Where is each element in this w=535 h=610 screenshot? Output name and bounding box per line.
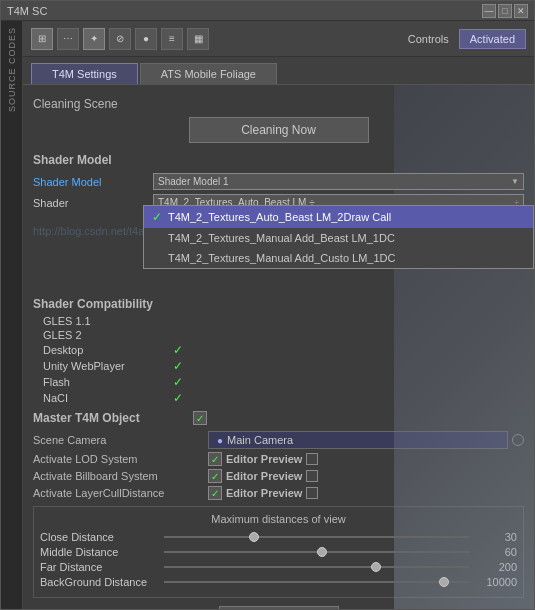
shader-model-select[interactable]: Shader Model 1 ▼ — [153, 173, 524, 190]
maximize-button[interactable]: □ — [498, 4, 512, 18]
billboard-value-wrap: ✓ Editor Preview — [208, 469, 524, 483]
left-sidebar: SOURCE CODES — [1, 21, 23, 609]
compat-check-naci: ✓ — [173, 391, 183, 405]
distance-row-2: Far Distance 200 — [40, 561, 517, 573]
shader-section: Shader Model Shader Model Shader Model 1… — [33, 153, 524, 211]
distances-title: Maximum distances of view — [40, 513, 517, 525]
sidebar-label: SOURCE CODES — [7, 27, 17, 112]
toolbar-icon-7[interactable]: ▦ — [187, 28, 209, 50]
shader-model-row: Shader Model Shader Model 1 ▼ — [33, 173, 524, 190]
shader-dropdown: ✓ T4M_2_Textures_Auto_Beast LM_2Draw Cal… — [143, 205, 534, 269]
compat-row-webplayer: Unity WebPlayer ✓ — [33, 359, 524, 373]
compat-row-gles2: GLES 2 — [33, 329, 524, 341]
compat-row-naci: NaCI ✓ — [33, 391, 524, 405]
distance-slider-0[interactable] — [164, 532, 469, 542]
distance-slider-3[interactable] — [164, 577, 469, 587]
compat-row-desktop: Desktop ✓ — [33, 343, 524, 357]
shader-label: Shader — [33, 197, 153, 209]
toolbar-icon-3[interactable]: ✦ — [83, 28, 105, 50]
dropdown-item-2[interactable]: T4M_2_Textures_Manual Add_Custo LM_1DC — [144, 248, 533, 268]
shader-model-label: Shader Model — [33, 176, 153, 188]
dropdown-item-0[interactable]: ✓ T4M_2_Textures_Auto_Beast LM_2Draw Cal… — [144, 206, 533, 228]
window-title: T4M SC — [7, 5, 47, 17]
lod-row: Activate LOD System ✓ Editor Preview — [33, 452, 524, 466]
layer-value-wrap: ✓ Editor Preview — [208, 486, 524, 500]
camera-dot: ● — [217, 435, 223, 446]
toolbar-icon-1[interactable]: ⊞ — [31, 28, 53, 50]
dropdown-item-label-2: T4M_2_Textures_Manual Add_Custo LM_1DC — [168, 252, 395, 264]
distance-slider-1[interactable] — [164, 547, 469, 557]
distance-label-3: BackGround Distance — [40, 576, 160, 588]
layer-preview-dot — [306, 487, 318, 499]
cleaning-scene-title: Cleaning Scene — [33, 97, 524, 111]
distance-label-1: Middle Distance — [40, 546, 160, 558]
distance-value-3: 10000 — [473, 576, 517, 588]
scene-section: Scene Camera ● Main Camera Activate LOD … — [33, 431, 524, 500]
distance-value-0: 30 — [473, 531, 517, 543]
right-panel: ⊞ ⋯ ✦ ⊘ ● ≡ ▦ Controls Activated T4M Set… — [23, 21, 534, 609]
window-controls: — □ ✕ — [482, 4, 528, 18]
close-button[interactable]: ✕ — [514, 4, 528, 18]
toolbar-icon-5[interactable]: ● — [135, 28, 157, 50]
slider-track-3 — [164, 581, 469, 583]
update-button[interactable]: UPDATE — [219, 606, 339, 609]
toolbar-icon-6[interactable]: ≡ — [161, 28, 183, 50]
scene-camera-box[interactable]: ● Main Camera — [208, 431, 508, 449]
compat-check-flash: ✓ — [173, 375, 183, 389]
camera-label: Scene Camera — [33, 434, 208, 446]
slider-thumb-1 — [317, 547, 327, 557]
tab-ats-mobile[interactable]: ATS Mobile Foliage — [140, 63, 277, 84]
slider-track-2 — [164, 566, 469, 568]
camera-value-wrap: ● Main Camera — [208, 431, 524, 449]
compat-row-gles11: GLES 1.1 — [33, 315, 524, 327]
master-label: Master T4M Object — [33, 411, 193, 425]
lod-value-wrap: ✓ Editor Preview — [208, 452, 524, 466]
activated-button[interactable]: Activated — [459, 29, 526, 49]
toolbar-icon-4[interactable]: ⊘ — [109, 28, 131, 50]
distance-label-0: Close Distance — [40, 531, 160, 543]
master-checkbox[interactable]: ✓ — [193, 411, 207, 425]
dropdown-item-label-1: T4M_2_Textures_Manual Add_Beast LM_1DC — [168, 232, 395, 244]
distances-section: Maximum distances of view Close Distance… — [33, 506, 524, 598]
slider-thumb-3 — [439, 577, 449, 587]
billboard-preview-dot — [306, 470, 318, 482]
dropdown-item-1[interactable]: T4M_2_Textures_Manual Add_Beast LM_1DC — [144, 228, 533, 248]
shader-model-arrow: ▼ — [511, 177, 519, 186]
slider-thumb-0 — [249, 532, 259, 542]
content-area: Cleaning Scene Cleaning Now Shader Model… — [23, 85, 534, 609]
title-bar: T4M SC — □ ✕ — [1, 1, 534, 21]
compat-label-webplayer: Unity WebPlayer — [43, 360, 173, 372]
lod-preview: Editor Preview — [226, 453, 302, 465]
layer-preview: Editor Preview — [226, 487, 302, 499]
slider-thumb-2 — [371, 562, 381, 572]
layer-checkbox[interactable]: ✓ — [208, 486, 222, 500]
compat-label-flash: Flash — [43, 376, 173, 388]
distance-slider-2[interactable] — [164, 562, 469, 572]
lod-checkbox[interactable]: ✓ — [208, 452, 222, 466]
controls-button[interactable]: Controls — [402, 31, 455, 47]
layer-row: Activate LayerCullDistance ✓ Editor Prev… — [33, 486, 524, 500]
distance-row-0: Close Distance 30 — [40, 531, 517, 543]
check-icon-0: ✓ — [152, 210, 168, 224]
compat-check-desktop: ✓ — [173, 343, 183, 357]
camera-name: Main Camera — [227, 434, 293, 446]
master-row: Master T4M Object ✓ — [33, 411, 524, 425]
minimize-button[interactable]: — — [482, 4, 496, 18]
compat-label-gles11: GLES 1.1 — [43, 315, 173, 327]
billboard-preview: Editor Preview — [226, 470, 302, 482]
cleaning-now-button[interactable]: Cleaning Now — [189, 117, 369, 143]
billboard-checkbox[interactable]: ✓ — [208, 469, 222, 483]
compat-check-webplayer: ✓ — [173, 359, 183, 373]
toolbar-icon-2[interactable]: ⋯ — [57, 28, 79, 50]
compat-title: Shader Compatibility — [33, 297, 524, 311]
tab-t4m-settings[interactable]: T4M Settings — [31, 63, 138, 84]
compat-label-desktop: Desktop — [43, 344, 173, 356]
lod-label: Activate LOD System — [33, 453, 208, 465]
shader-model-value: Shader Model 1 — [158, 176, 229, 187]
shader-compat-section: Shader Compatibility GLES 1.1 GLES 2 Des… — [33, 297, 524, 405]
slider-track-0 — [164, 536, 469, 538]
compat-row-flash: Flash ✓ — [33, 375, 524, 389]
tab-row: T4M Settings ATS Mobile Foliage — [23, 57, 534, 85]
distance-label-2: Far Distance — [40, 561, 160, 573]
compat-label-gles2: GLES 2 — [43, 329, 173, 341]
